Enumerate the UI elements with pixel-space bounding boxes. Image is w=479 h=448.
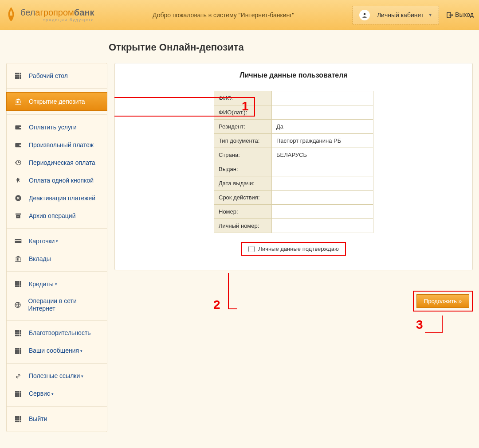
nav-cards[interactable]: Карточки▾ — [7, 232, 107, 250]
svg-rect-5 — [15, 75, 17, 77]
history-icon — [14, 158, 23, 167]
svg-rect-48 — [17, 352, 19, 354]
table-row: ФИО: — [214, 91, 373, 105]
nav-open-deposit[interactable]: Открытие депозита — [6, 92, 107, 111]
svg-rect-55 — [20, 393, 21, 395]
user-data-panel: Личные данные пользователя ФИО: ФИО(лат.… — [114, 63, 473, 270]
grid-icon — [14, 280, 23, 288]
nav-internet-ops[interactable]: Операции в сети Интернет — [7, 293, 107, 317]
bank-icon — [14, 97, 23, 106]
svg-rect-34 — [20, 330, 21, 332]
header: белагропромбанк традиции будущего Добро … — [0, 0, 479, 30]
svg-rect-60 — [17, 416, 19, 418]
svg-rect-51 — [17, 391, 19, 393]
svg-rect-44 — [15, 350, 17, 352]
svg-rect-2 — [15, 73, 17, 74]
svg-rect-64 — [20, 418, 21, 420]
caret-down-icon: ▾ — [81, 374, 83, 378]
click-icon — [14, 176, 23, 185]
svg-rect-61 — [20, 416, 21, 418]
nav-logout[interactable]: Выйти — [7, 410, 107, 428]
svg-rect-28 — [15, 285, 17, 287]
confirm-text: Личные данные подтверждаю — [258, 245, 338, 252]
svg-rect-6 — [17, 75, 19, 77]
confirm-checkbox-label[interactable]: Личные данные подтверждаю — [241, 242, 346, 256]
svg-rect-26 — [17, 283, 19, 285]
nav-deposits[interactable]: Вклады — [7, 250, 107, 268]
svg-rect-66 — [17, 421, 19, 422]
svg-rect-41 — [15, 348, 17, 350]
annotation-line-3 — [425, 316, 443, 333]
svg-rect-52 — [20, 391, 21, 393]
main-content: 1 Личные данные пользователя ФИО: ФИО(ла… — [114, 63, 473, 432]
nav-useful-links[interactable]: Полезные ссылки▾ — [7, 367, 107, 385]
sidebar: Рабочий стол Открытие депозита Оплатить … — [6, 63, 107, 432]
account-dropdown[interactable]: Личный кабинет ▼ — [353, 6, 439, 24]
nav-custom-payment[interactable]: Произвольный платеж — [7, 136, 107, 154]
page-title: Открытие Онлайн-депозита — [0, 30, 479, 63]
nav-credits[interactable]: Кредиты▾ — [7, 275, 107, 293]
card-icon — [14, 237, 23, 245]
logo-icon — [5, 6, 18, 24]
nav-dashboard[interactable]: Рабочий стол — [7, 67, 107, 85]
nav-one-click-pay[interactable]: Оплата одной кнопкой — [7, 171, 107, 189]
table-row: Резидент:Да — [214, 120, 373, 134]
svg-rect-21 — [15, 240, 22, 241]
svg-rect-30 — [20, 285, 21, 287]
svg-rect-54 — [17, 393, 19, 395]
svg-rect-38 — [15, 335, 17, 336]
table-row: Тип документа:Паспорт гражданина РБ — [214, 134, 373, 148]
caret-down-icon: ▼ — [428, 12, 432, 17]
logout-button[interactable]: Выход — [446, 11, 474, 19]
panel-title: Личные данные пользователя — [123, 71, 464, 79]
svg-rect-12 — [20, 127, 21, 128]
logo-subtitle: традиции будущего — [20, 18, 94, 22]
continue-button[interactable]: Продолжить » — [416, 294, 469, 308]
svg-rect-33 — [17, 330, 19, 332]
user-icon — [359, 10, 370, 20]
svg-rect-32 — [15, 330, 17, 332]
svg-rect-4 — [20, 73, 21, 74]
logout-label: Выход — [455, 11, 474, 18]
svg-rect-25 — [15, 283, 17, 285]
svg-rect-49 — [20, 352, 21, 354]
svg-point-0 — [364, 13, 366, 15]
logo: белагропромбанк традиции будущего — [5, 6, 94, 24]
caret-down-icon: ▾ — [55, 282, 57, 286]
nav-service[interactable]: Сервис▾ — [7, 385, 107, 403]
nav-messages[interactable]: Ваши сообщения▾ — [7, 342, 107, 360]
svg-rect-14 — [20, 144, 21, 146]
svg-rect-8 — [15, 77, 17, 79]
nav-periodic-payment[interactable]: Периодическая оплата — [7, 154, 107, 171]
table-row: ФИО(лат.): — [214, 105, 373, 120]
svg-rect-22 — [15, 281, 17, 283]
svg-rect-58 — [20, 395, 21, 397]
nav-deactivate-payments[interactable]: Деактивация платежей — [7, 189, 107, 207]
svg-rect-20 — [15, 239, 22, 243]
nav-pay-services[interactable]: Оплатить услуги — [7, 118, 107, 136]
svg-rect-10 — [20, 77, 21, 79]
svg-rect-53 — [15, 393, 17, 395]
svg-rect-36 — [17, 332, 19, 334]
svg-rect-59 — [15, 416, 17, 418]
svg-rect-35 — [15, 332, 17, 334]
table-row: Выдан: — [214, 162, 373, 176]
nav-charity[interactable]: Благотворительность — [7, 324, 107, 342]
svg-rect-18 — [16, 215, 20, 218]
table-row: Срок действия: — [214, 191, 373, 205]
svg-rect-50 — [15, 391, 17, 393]
confirm-checkbox[interactable] — [248, 246, 255, 252]
cancel-icon — [14, 194, 23, 203]
svg-rect-46 — [20, 350, 21, 352]
nav-operations-archive[interactable]: Архив операций — [7, 207, 107, 225]
svg-rect-57 — [17, 395, 19, 397]
svg-rect-29 — [17, 285, 19, 287]
svg-rect-47 — [15, 352, 17, 354]
account-label: Личный кабинет — [377, 12, 424, 19]
wallet-icon — [14, 123, 23, 132]
globe-icon — [14, 300, 22, 309]
svg-rect-45 — [17, 350, 19, 352]
svg-rect-23 — [17, 281, 19, 283]
grid-icon — [14, 415, 23, 424]
archive-icon — [14, 211, 23, 220]
